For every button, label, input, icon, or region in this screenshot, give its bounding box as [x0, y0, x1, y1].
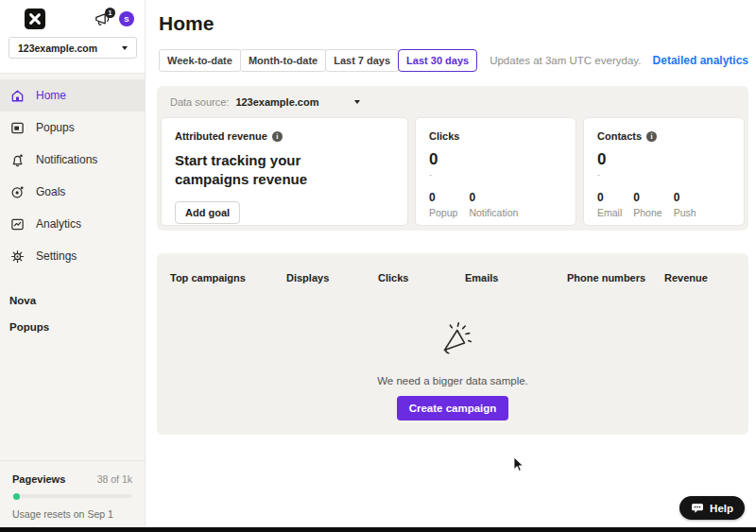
stat-value: 0: [674, 191, 696, 204]
sidebar-item-settings[interactable]: Settings: [0, 240, 145, 272]
cursor-icon: [513, 456, 524, 472]
contacts-total: 0: [597, 150, 730, 169]
clicks-popup-stat: 0 Popup: [429, 191, 457, 218]
empty-state-message: We need a bigger data sample.: [157, 375, 748, 386]
home-icon: [10, 89, 25, 103]
sidebar-item-goals[interactable]: Goals: [0, 176, 145, 208]
column-header: Clicks: [378, 272, 465, 283]
empty-state: We need a bigger data sample. Create cam…: [157, 283, 748, 420]
date-range-controls: Week-to-date Month-to-date Last 7 days L…: [159, 49, 748, 72]
sidebar-item-label: Popups: [36, 121, 75, 134]
main-content: Home Week-to-date Month-to-date Last 7 d…: [146, 0, 756, 532]
card-title: Attributed revenue: [175, 130, 267, 142]
tab-month-to-date[interactable]: Month-to-date: [240, 49, 326, 72]
info-icon[interactable]: i: [272, 131, 283, 142]
stat-label: Popup: [429, 207, 457, 218]
revenue-headline: Start tracking your campaigns revenue: [175, 151, 378, 189]
bottom-edge-bar: [0, 527, 756, 532]
data-source-value: 123example.com: [235, 96, 318, 108]
column-header: Top campaigns: [170, 272, 286, 283]
gear-icon: [10, 249, 25, 264]
usage-meter: Pageviews 38 of 1k Usage resets on Sep 1: [0, 460, 145, 520]
usage-count: 38 of 1k: [97, 473, 132, 485]
sidebar-top: 1 S 123example.com: [0, 0, 145, 74]
card-title: Clicks: [429, 130, 459, 142]
sidebar-item-label: Goals: [36, 185, 65, 198]
sidebar-nav: Home Popups Notifications Goals Analytic…: [0, 74, 145, 272]
contacts-phone-stat: 0 Phone: [633, 191, 662, 218]
stat-label: Email: [597, 207, 622, 218]
data-source-label: Data source:: [170, 96, 229, 108]
tab-last-7-days[interactable]: Last 7 days: [325, 49, 399, 72]
detailed-analytics-link[interactable]: Detailed analytics: [653, 54, 748, 67]
clicks-card: Clicks 0 - 0 Popup 0 Notification: [415, 117, 576, 226]
stat-value: 0: [633, 191, 662, 204]
usage-reset-note: Usage resets on Sep 1: [12, 508, 132, 520]
overview-panel: Data source: 123example.com Attributed r…: [157, 86, 748, 231]
help-button[interactable]: Help: [679, 496, 745, 520]
contacts-push-stat: 0 Push: [674, 191, 696, 218]
chevron-down-icon: [122, 46, 128, 50]
notification-badge: 1: [105, 8, 115, 18]
sidebar-section-nova[interactable]: Nova: [0, 287, 145, 314]
sidebar-section-popups[interactable]: Popups: [0, 314, 145, 340]
target-icon: [10, 185, 25, 199]
top-campaigns-panel: Top campaigns Displays Clicks Emails Pho…: [157, 253, 748, 435]
site-selector-dropdown[interactable]: 123example.com: [9, 37, 137, 59]
contacts-delta: -: [597, 170, 730, 180]
stat-value: 0: [469, 191, 518, 204]
column-header: Phone numbers: [567, 272, 664, 283]
page-title: Home: [159, 12, 756, 35]
chat-icon: [691, 503, 704, 514]
usage-progress-fill: [13, 493, 20, 500]
clicks-notification-stat: 0 Notification: [469, 191, 518, 218]
stat-label: Push: [674, 207, 696, 218]
column-header: Emails: [465, 272, 567, 283]
sidebar-item-label: Settings: [36, 249, 77, 263]
contacts-card: Contacts i 0 - 0 Email 0 Phone 0: [583, 117, 745, 226]
clicks-delta: -: [429, 170, 562, 180]
help-label: Help: [710, 503, 733, 514]
info-icon[interactable]: i: [646, 131, 657, 142]
tab-last-30-days[interactable]: Last 30 days: [398, 49, 477, 72]
stat-label: Notification: [469, 207, 518, 218]
bell-icon: [10, 153, 25, 167]
card-title: Contacts: [597, 130, 642, 142]
sidebar-item-label: Analytics: [36, 217, 81, 231]
update-note: Updates at 3am UTC everyday.: [490, 55, 641, 66]
popup-window-icon: [10, 121, 25, 135]
usage-progress-bar: [12, 494, 132, 498]
sidebar-item-popups[interactable]: Popups: [0, 112, 145, 144]
site-selector-value: 123example.com: [18, 43, 97, 54]
sidebar-item-home[interactable]: Home: [0, 79, 145, 112]
table-header-row: Top campaigns Displays Clicks Emails Pho…: [157, 253, 748, 283]
clicks-total: 0: [429, 150, 562, 169]
sidebar: 1 S 123example.com Home Popups Notificat…: [0, 0, 146, 532]
stat-cards: Attributed revenue i Start tracking your…: [157, 117, 748, 226]
column-header: Displays: [286, 272, 378, 283]
chevron-down-icon: [354, 100, 360, 104]
stat-value: 0: [429, 191, 457, 204]
megaphone-illustration: [429, 319, 476, 363]
contacts-email-stat: 0 Email: [597, 191, 622, 218]
column-header: Revenue: [664, 272, 748, 283]
sidebar-item-label: Home: [36, 89, 66, 102]
add-goal-button[interactable]: Add goal: [175, 201, 240, 224]
announcements-megaphone-icon[interactable]: 1: [94, 11, 111, 26]
create-campaign-button[interactable]: Create campaign: [397, 396, 509, 420]
data-source-row: Data source: 123example.com: [157, 86, 748, 117]
stat-value: 0: [597, 191, 622, 204]
analytics-chart-icon: [10, 217, 25, 232]
attributed-revenue-card: Attributed revenue i Start tracking your…: [161, 117, 408, 226]
usage-label: Pageviews: [12, 473, 65, 485]
data-source-dropdown[interactable]: 123example.com: [235, 96, 360, 108]
sidebar-item-analytics[interactable]: Analytics: [0, 208, 145, 240]
tab-week-to-date[interactable]: Week-to-date: [159, 49, 241, 72]
avatar[interactable]: S: [119, 11, 134, 26]
sidebar-item-notifications[interactable]: Notifications: [0, 144, 145, 176]
app-logo-icon: [25, 9, 45, 29]
stat-label: Phone: [633, 207, 662, 218]
sidebar-item-label: Notifications: [36, 153, 97, 166]
